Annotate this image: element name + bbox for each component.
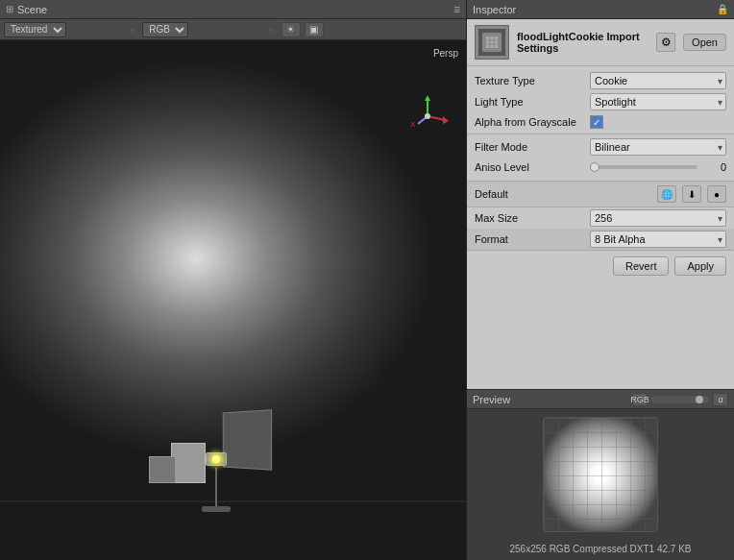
texture-type-select[interactable]: Cookie xyxy=(590,72,726,89)
checkbox-checkmark: ✓ xyxy=(593,117,600,128)
preview-info: 256x256 RGB Compressed DXT1 42.7 KB xyxy=(467,540,734,560)
light-type-row: Light Type Spotlight xyxy=(467,91,734,112)
texture-type-label: Texture Type xyxy=(475,75,590,86)
open-button[interactable]: Open xyxy=(683,34,726,51)
svg-rect-9 xyxy=(486,37,498,48)
preview-canvas xyxy=(467,409,734,540)
platform-section: Default 🌐 ⬇ ● xyxy=(467,181,734,207)
inspector-content: floodLightCookie Import Settings ⚙ Open … xyxy=(467,19,734,389)
svg-marker-3 xyxy=(443,116,449,124)
max-size-row: Max Size 256 xyxy=(467,207,734,229)
scene-light-stand xyxy=(202,452,231,512)
asset-settings-button[interactable]: ⚙ xyxy=(656,33,675,52)
preview-rgb-btn[interactable]: RGB xyxy=(632,393,648,406)
persp-label: Persp xyxy=(433,48,458,59)
scene-viewport[interactable]: X Persp xyxy=(0,40,466,560)
scene-box-small xyxy=(149,456,176,483)
scene-panel: ⊞ Scene ≡ Textured RGB ☀ ▣ xyxy=(0,0,467,560)
asset-header: floodLightCookie Import Settings ⚙ Open xyxy=(467,19,734,66)
aniso-slider-container: 0 xyxy=(590,161,726,173)
scene-more-icon[interactable]: ≡ xyxy=(453,3,460,16)
preview-image xyxy=(543,417,658,532)
aniso-value: 0 xyxy=(703,161,726,173)
scene-icon: ⊞ xyxy=(6,4,13,14)
inspector-title: Inspector xyxy=(473,4,516,15)
scene-title: Scene xyxy=(17,4,47,15)
aniso-label: Aniso Level xyxy=(475,161,590,173)
aniso-level-row: Aniso Level 0 xyxy=(467,158,734,177)
stand-base xyxy=(202,506,231,512)
svg-text:X: X xyxy=(410,120,416,129)
inspector-panel: Inspector 🔒 xyxy=(467,0,734,560)
scene-floor xyxy=(0,500,466,502)
preview-grid-overlay xyxy=(544,418,657,531)
preview-alpha-btn[interactable]: α xyxy=(713,393,728,406)
platform-settings-btn[interactable]: ● xyxy=(707,185,726,203)
format-label: Format xyxy=(475,233,590,245)
aniso-slider-track[interactable] xyxy=(590,165,697,169)
texture-type-row: Texture Type Cookie xyxy=(467,70,734,91)
preview-controls: RGB α xyxy=(632,393,728,406)
color-mode-select[interactable]: RGB xyxy=(142,22,188,37)
alpha-label: Alpha from Grayscale xyxy=(475,116,590,128)
view-mode-select[interactable]: Textured xyxy=(4,22,66,37)
scene-box-medium xyxy=(171,443,206,483)
light-bulb xyxy=(212,455,220,463)
scene-toolbar: Textured RGB ☀ ▣ xyxy=(0,19,466,40)
platform-globe-btn[interactable]: 🌐 xyxy=(657,185,676,203)
preview-header: Preview RGB α xyxy=(467,390,734,409)
sun-icon-btn[interactable]: ☀ xyxy=(281,22,301,37)
lock-icon[interactable]: 🔒 xyxy=(717,4,728,14)
stand-pole xyxy=(215,468,217,506)
light-type-select[interactable]: Spotlight xyxy=(590,93,726,110)
scene-gizmo: X xyxy=(404,93,451,139)
asset-thumbnail xyxy=(475,25,509,60)
platform-bar: Default 🌐 ⬇ ● xyxy=(475,185,726,203)
light-type-label: Light Type xyxy=(475,96,590,108)
svg-point-5 xyxy=(425,113,430,119)
asset-title-area: floodLightCookie Import Settings xyxy=(517,31,648,54)
scene-background xyxy=(0,40,466,560)
preview-brightness-slider[interactable] xyxy=(651,396,709,403)
preview-title: Preview xyxy=(473,394,628,405)
bottom-buttons: Revert Apply xyxy=(467,250,734,281)
platform-download-btn[interactable]: ⬇ xyxy=(682,185,701,203)
preview-section: Preview RGB α 256x256 RGB Compressed DXT… xyxy=(467,389,734,560)
max-size-label: Max Size xyxy=(475,212,590,224)
format-row: Format 8 Bit Alpha xyxy=(467,229,734,250)
alpha-grayscale-row: Alpha from Grayscale ✓ xyxy=(467,112,734,132)
svg-marker-1 xyxy=(425,95,430,101)
alpha-checkbox[interactable]: ✓ xyxy=(590,115,603,129)
inspector-titlebar: Inspector 🔒 xyxy=(467,0,734,19)
max-size-select[interactable]: 256 xyxy=(590,209,726,227)
properties-section: Texture Type Cookie Light Type Spotlig xyxy=(467,66,734,181)
apply-button[interactable]: Apply xyxy=(674,256,726,276)
aniso-slider-thumb[interactable] xyxy=(590,162,599,172)
platform-label: Default xyxy=(475,188,651,200)
filter-mode-label: Filter Mode xyxy=(475,141,590,153)
image-icon-btn[interactable]: ▣ xyxy=(305,22,324,37)
divider-1 xyxy=(467,134,734,134)
scene-titlebar: ⊞ Scene ≡ xyxy=(0,0,466,19)
light-head xyxy=(206,452,227,466)
revert-button[interactable]: Revert xyxy=(613,256,669,276)
preview-slider-thumb xyxy=(696,396,703,403)
filter-mode-select[interactable]: Bilinear xyxy=(590,138,726,156)
format-select[interactable]: 8 Bit Alpha xyxy=(590,231,726,248)
asset-name: floodLightCookie Import Settings xyxy=(517,31,648,54)
filter-mode-row: Filter Mode Bilinear xyxy=(467,136,734,158)
